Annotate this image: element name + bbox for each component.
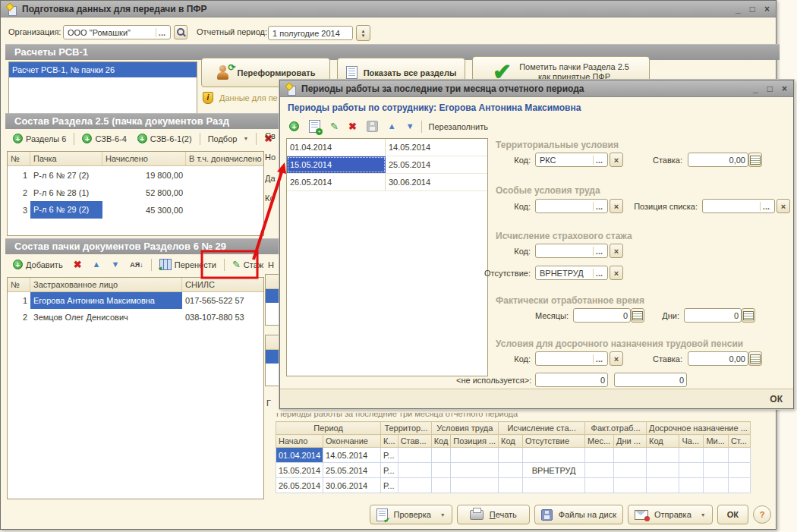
periods-dialog: Периоды работы за последние три месяца о… [279, 80, 794, 409]
ellipsis-icon[interactable]: ... [593, 354, 605, 364]
list-item[interactable]: 01.04.2014 14.05.2014 [287, 139, 487, 156]
dialog-ok-button[interactable]: ОК [770, 394, 783, 405]
save-period-button[interactable] [364, 119, 381, 134]
chevron-down-icon: ▼ [701, 512, 706, 518]
ins-code-input[interactable]: ... [535, 244, 608, 258]
files-to-disk-button[interactable]: Файлы на диск [534, 505, 623, 524]
not-used-input-2[interactable]: 0 [614, 373, 687, 387]
clear-icon[interactable]: × [777, 199, 790, 213]
ellipsis-icon[interactable]: ... [760, 202, 772, 211]
clear-icon[interactable]: × [610, 244, 623, 258]
spec-code-input[interactable]: ... [535, 199, 608, 213]
rsv-list[interactable]: Расчет РСВ-1, № пачки 26 [8, 61, 197, 115]
early-rate-input[interactable]: 0,00 [688, 351, 748, 366]
org-label: Организация: [8, 27, 61, 36]
help-icon: ? [760, 510, 765, 519]
edit-period-button[interactable]: ✎ [327, 120, 342, 133]
list-item[interactable]: 15.05.2014 25.05.2014 [287, 156, 487, 174]
rsv-list-item[interactable]: Расчет РСВ-1, № пачки 26 [9, 62, 197, 77]
ellipsis-icon[interactable]: ... [593, 202, 605, 211]
dialog-titlebar[interactable]: Периоды работы за последние три месяца о… [280, 80, 793, 97]
ellipsis-icon[interactable]: ... [593, 269, 605, 278]
copy-period-button[interactable] [306, 118, 323, 134]
add-szv61-button[interactable]: +СЗВ-6-1(2) [134, 132, 195, 145]
org-search-button[interactable] [174, 25, 187, 39]
close-icon[interactable]: × [764, 4, 770, 14]
clear-icon[interactable]: × [610, 351, 623, 366]
help-button[interactable]: ? [753, 505, 771, 524]
calculator-icon[interactable] [748, 153, 762, 167]
list-item[interactable]: 26.05.2014 30.06.2014 [287, 174, 487, 191]
terr-code-input[interactable]: РКС ... [535, 153, 608, 167]
table-row[interactable]: 01.04.2014 14.05.2014 Р... [276, 448, 751, 463]
move-up-button[interactable]: ▲ [90, 259, 104, 270]
ins-absence-input[interactable]: ВРНЕТРУД ... [535, 266, 608, 280]
terr-rate-input[interactable]: 0,00 [688, 153, 748, 167]
early-code-field: ... × [535, 351, 623, 366]
period-up-button[interactable]: ▲ [385, 121, 399, 132]
periods-list[interactable]: 01.04.2014 14.05.2014 15.05.2014 25.05.2… [286, 138, 488, 376]
add-szv64-button[interactable]: +СЗВ-6-4 [79, 132, 129, 145]
minimize-icon[interactable]: _ [736, 4, 741, 14]
maximize-icon[interactable]: □ [750, 4, 755, 14]
ellipsis-icon[interactable]: ... [593, 156, 605, 165]
table-row[interactable]: 3 Р-л 6 № 29 (2) 45 300,00 [8, 201, 263, 219]
section25-table[interactable]: № Пачка Начислено В т.ч. доначислено 1 Р… [7, 151, 264, 236]
plus-icon: + [137, 134, 147, 143]
refill-button[interactable]: Перезаполнить [426, 121, 491, 133]
check-doc-icon [376, 508, 388, 521]
add-sections6-button[interactable]: +Разделы 6 [10, 132, 69, 145]
minimize-icon[interactable]: _ [753, 83, 758, 94]
staj-button[interactable]: ✎Стаж [229, 258, 266, 271]
months-input[interactable]: 0 [573, 308, 631, 323]
clear-icon[interactable]: × [610, 153, 623, 167]
ok-button[interactable]: ОК [717, 505, 748, 524]
ellipsis-icon[interactable]: ... [593, 247, 605, 256]
period-down-button[interactable]: ▼ [403, 121, 417, 132]
org-field-row: ООО "Ромашки" ... [63, 25, 187, 39]
add-period-button[interactable]: + [286, 120, 302, 133]
org-input[interactable]: ООО "Ромашки" ... [63, 25, 171, 39]
months-label: Месяцы: [515, 311, 569, 320]
clear-icon[interactable]: × [610, 266, 623, 280]
calculator-icon[interactable] [631, 308, 644, 323]
period-spinner[interactable]: ▲ ▼ [356, 25, 370, 41]
early-code-input[interactable]: ... [535, 351, 608, 366]
plus-icon: + [82, 134, 92, 143]
move-down-button[interactable]: ▼ [108, 259, 122, 270]
print-button[interactable]: Печать [457, 505, 530, 524]
spin-down-icon[interactable]: ▼ [361, 33, 366, 38]
close-icon[interactable]: × [782, 83, 787, 94]
calculator-icon[interactable] [742, 308, 755, 323]
persons-table[interactable]: № Застрахованное лицо СНИЛС 1 Егорова Ан… [7, 277, 264, 499]
transfer-button[interactable]: Перенести [156, 257, 219, 272]
table-row[interactable]: 2 Р-л 6 № 28 (1) 52 800,00 [8, 184, 263, 201]
sort-button[interactable]: АЯ↓ [127, 260, 146, 270]
calculator-icon[interactable] [748, 351, 762, 366]
clear-icon[interactable]: × [610, 199, 623, 213]
table-row[interactable]: 26.05.2014 30.06.2014 Р... [276, 478, 751, 493]
clipped-label: Да [265, 174, 280, 183]
arrow-down-icon: ▼ [111, 260, 119, 269]
table-row[interactable]: 2 Земцов Олег Денисович 038-107-880 53 [8, 309, 263, 326]
period-label: Отчетный период: [197, 27, 267, 36]
table-row[interactable]: 1 Р-л 6 № 27 (2) 19 800,00 [8, 166, 263, 184]
spec-pos-input[interactable]: ... [702, 199, 775, 213]
table-row[interactable]: 1 Егорова Антонина Максимовна 017-565-52… [8, 292, 263, 309]
ellipsis-icon[interactable]: ... [156, 28, 168, 37]
delete-person-button[interactable]: ✖ [71, 258, 85, 271]
not-used-input-1[interactable]: 0 [535, 373, 608, 387]
add-person-button[interactable]: +Добавить [10, 258, 66, 271]
periods-grid[interactable]: Период Территор... Условия труда Исчисле… [276, 421, 751, 493]
ins-absence-label: Отсутствие: [473, 269, 531, 278]
delete-period-button[interactable]: ✖ [345, 120, 360, 133]
main-titlebar[interactable]: Подготовка данных для передачи в ПФР _ □… [1, 1, 776, 17]
clipped-label: Г [266, 398, 277, 408]
maximize-icon[interactable]: □ [767, 83, 773, 94]
check-button[interactable]: Проверка▼ [370, 505, 452, 524]
days-input[interactable]: 0 [684, 308, 742, 323]
podbor-dropdown[interactable]: Подбор▼ [205, 133, 252, 145]
table-row[interactable]: 15.05.2014 25.05.2014 Р... ВРНЕТРУД [276, 463, 751, 478]
send-button[interactable]: Отправка▼ [628, 505, 713, 524]
period-input[interactable]: 1 полугодие 2014 [268, 26, 353, 40]
